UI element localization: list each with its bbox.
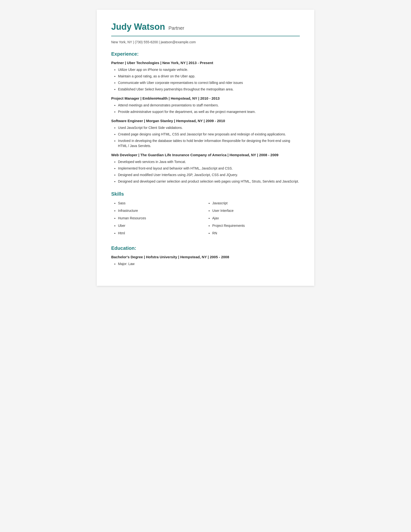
list-item: Attend meetings and demonstrates present… xyxy=(118,103,300,108)
job-entry-1: Partner | Uber Technologies | New York, … xyxy=(111,61,300,92)
header-divider xyxy=(111,36,300,36)
skills-right-column: Javascript User Interface Ajax Project R… xyxy=(206,201,300,238)
job-title-4: Web Developer | The Guardian Life Insura… xyxy=(111,153,300,157)
list-item: User Interface xyxy=(212,208,300,213)
job-title-2: Project Manager | EmblemHealth | Hempste… xyxy=(111,96,300,100)
degree-title-1: Bachelor's Degree | Hofstra University |… xyxy=(111,255,300,259)
skills-left-column: Sass Infrastructure Human Resources Uber… xyxy=(111,201,206,238)
experience-title: Experience: xyxy=(111,51,300,57)
list-item: Designed and modified User Interfaces us… xyxy=(118,172,300,178)
list-item: Major: Law xyxy=(118,261,300,266)
list-item: Infrastructure xyxy=(118,208,206,213)
list-item: Communicate with Uber corporate represen… xyxy=(118,80,300,85)
education-title: Education: xyxy=(111,246,300,251)
candidate-name: Judy Watson xyxy=(111,22,165,32)
list-item: Human Resources xyxy=(118,216,206,221)
contact-info: New York, NY | (730) 555-6200 | jwatson@… xyxy=(111,40,300,44)
list-item: Created page designs using HTML, CSS and… xyxy=(118,132,300,137)
list-item: Involved in developing the database tabl… xyxy=(118,138,300,149)
list-item: Ajax xyxy=(212,216,300,221)
skills-title: Skills xyxy=(111,191,300,197)
job-entry-3: Software Engineer | Morgan Stanley | Hem… xyxy=(111,119,300,149)
candidate-title: Partner xyxy=(168,25,185,31)
job-bullets-4: Developed web services in Java with Tomc… xyxy=(111,159,300,184)
education-section: Education: Bachelor's Degree | Hofstra U… xyxy=(111,246,300,266)
education-entry-1: Bachelor's Degree | Hofstra University |… xyxy=(111,255,300,266)
job-entry-2: Project Manager | EmblemHealth | Hempste… xyxy=(111,96,300,114)
list-item: Provide administrative support for the d… xyxy=(118,109,300,114)
job-bullets-2: Attend meetings and demonstrates present… xyxy=(111,103,300,114)
list-item: Designed and developed carrier selection… xyxy=(118,179,300,184)
list-item: Uber xyxy=(118,223,206,228)
job-bullets-1: Utilize Uber app on iPhone to navigate v… xyxy=(111,67,300,92)
list-item: Project Requirements xyxy=(212,223,300,228)
list-item: Implemented front-end layout and behavio… xyxy=(118,166,300,171)
list-item: Maintain a good rating, as a driver on t… xyxy=(118,74,300,79)
skills-grid: Sass Infrastructure Human Resources Uber… xyxy=(111,201,300,238)
list-item: Sass xyxy=(118,201,206,206)
job-bullets-3: Used JavaScript for Client Side validati… xyxy=(111,125,300,149)
job-title-1: Partner | Uber Technologies | New York, … xyxy=(111,61,300,65)
experience-section: Experience: Partner | Uber Technologies … xyxy=(111,51,300,184)
job-entry-4: Web Developer | The Guardian Life Insura… xyxy=(111,153,300,184)
resume-container: Judy Watson Partner New York, NY | (730)… xyxy=(97,10,314,286)
list-item: Javascript xyxy=(212,201,300,206)
list-item: RN xyxy=(212,231,300,236)
list-item: Html xyxy=(118,231,206,236)
name-line: Judy Watson Partner xyxy=(111,22,300,32)
job-title-3: Software Engineer | Morgan Stanley | Hem… xyxy=(111,119,300,123)
header-section: Judy Watson Partner New York, NY | (730)… xyxy=(111,22,300,44)
skills-section: Skills Sass Infrastructure Human Resourc… xyxy=(111,191,300,238)
list-item: Developed web services in Java with Tomc… xyxy=(118,159,300,164)
list-item: Utilize Uber app on iPhone to navigate v… xyxy=(118,67,300,72)
list-item: Used JavaScript for Client Side validati… xyxy=(118,125,300,130)
education-bullets-1: Major: Law xyxy=(111,261,300,266)
list-item: Established Uber Select livery partnersh… xyxy=(118,87,300,92)
